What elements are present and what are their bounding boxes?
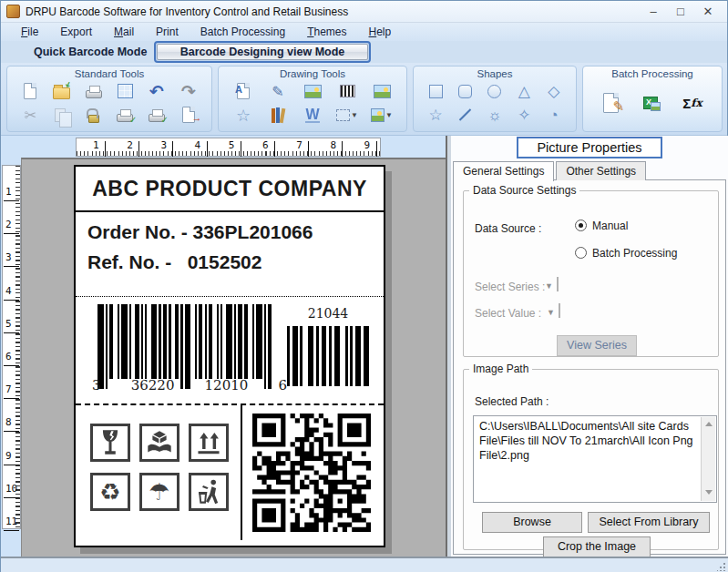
window-controls: – □ ✕ [640,3,722,21]
ref-number-text: Ref. No. - 0152502 [87,251,384,273]
panel-title: Picture Properties [537,140,641,155]
supplement-bars [287,326,369,386]
print-icon[interactable] [83,81,105,101]
grid-icon[interactable] [114,81,136,101]
edit-batch-icon[interactable]: ✎ [597,89,624,117]
group-title: Batch Processing [583,66,722,79]
design-canvas[interactable]: ABC PRODUCT COMPANY Order No. - 336PL201… [21,158,446,557]
v-ruler-number: 10 [5,483,17,495]
radio-batch-processing[interactable]: Batch Processing [575,247,677,260]
menu-item-print[interactable]: Print [145,24,190,40]
menu-item-batch-processing[interactable]: Batch Processing [190,24,296,40]
selected-path-textarea[interactable]: C:\Users\IBALL\Documents\All site Cards … [473,415,717,503]
select-series-label: Select Series : [475,281,545,293]
barcode-label-preview[interactable]: ABC PRODUCT COMPANY Order No. - 336PL201… [74,165,385,547]
handle-with-care-icon [139,424,179,462]
menu-item-themes[interactable]: Themes [296,24,357,40]
view-series-button[interactable]: View Series [557,335,637,356]
radio-manual-circle[interactable] [575,220,587,231]
barcode-right-digit: 6 [278,377,287,393]
tab-general-settings[interactable]: General Settings [453,161,554,181]
unlock-icon[interactable] [83,105,105,125]
sunburst-shape-icon[interactable]: ☼ [484,105,506,125]
browse-button[interactable]: Browse [482,512,582,533]
square-shape-icon[interactable] [425,81,446,101]
order-number-text: Order No. - 336PL201066 [87,221,384,243]
v-ruler-number: 8 [5,416,12,428]
select-from-library-button[interactable]: Select From Library [588,512,710,533]
h-ruler-number: 1 [93,139,99,151]
shape-tool-icon[interactable]: ☆ [232,105,254,125]
print-preview-icon[interactable]: ✓ [114,105,136,125]
select-series-dropdown[interactable]: ▼ [557,277,559,291]
cut-icon[interactable]: ✂ [19,105,41,125]
watermark-tool-icon[interactable]: W [302,105,323,125]
menu-item-help[interactable]: Help [358,24,403,40]
formula-icon[interactable]: Σfx [677,89,708,117]
group-label: Data Source Settings [469,184,579,197]
h-ruler-number: 8 [330,139,336,151]
undo-icon[interactable]: ↶ [146,81,168,101]
pie-shape-icon[interactable]: ◔ [543,105,565,125]
diamond-shape-icon[interactable]: ◇ [543,81,565,101]
picture-tool-icon[interactable] [371,81,393,101]
properties-panel: Picture Properties General Settings Othe… [451,136,728,557]
export-document-icon[interactable]: → [178,105,200,125]
selection-tool-icon[interactable]: ▼ [336,105,358,125]
minimize-button[interactable]: – [640,3,667,21]
package-icon-grid: ♻ ☂ [76,405,242,540]
pencil-tool-icon[interactable]: ✎ [267,81,289,101]
library-tool-icon[interactable] [267,107,289,123]
radio-manual[interactable]: Manual [575,220,628,232]
label-company-section: ABC PRODUCT COMPANY [76,167,384,212]
triangle-shape-icon[interactable]: △ [513,81,535,101]
copy-icon[interactable] [51,105,73,125]
new-document-icon[interactable] [19,81,41,101]
menu-item-file[interactable]: File [10,24,49,40]
h-ruler-number: 4 [195,139,201,151]
fragile-icon [90,424,130,462]
tab-other-settings[interactable]: Other Settings [556,161,646,180]
h-ruler-number: 2 [127,139,133,151]
open-file-icon[interactable] [51,81,73,101]
v-ruler-number: 5 [5,318,12,330]
maximize-button[interactable]: □ [667,3,694,21]
four-point-star-shape-icon[interactable]: ✧ [513,105,535,125]
close-button[interactable]: ✕ [694,3,722,21]
data-source-label: Data Source : [475,222,541,235]
barcode-designing-view-mode-button[interactable]: Barcode Designing view Mode [157,44,368,60]
design-mode-highlight-frame: Barcode Designing view Mode [154,41,371,63]
resize-grip[interactable] [717,562,726,571]
barcode-tool-icon[interactable] [336,81,358,101]
vertical-ruler: 1234567891011 [2,165,21,529]
scroll-up-icon[interactable] [705,422,713,426]
line-shape-icon[interactable] [455,105,477,125]
group-title: Shapes [414,66,576,79]
h-ruler-number: 9 [364,139,371,151]
menu-item-export[interactable]: Export [49,24,103,40]
barcode-left-digit: 3 [92,377,101,393]
print-settings-icon[interactable]: ✓ [146,105,168,125]
star-shape-icon[interactable]: ☆ [425,105,446,125]
quick-barcode-mode-button[interactable]: Quick Barcode Mode [26,44,154,60]
radio-batch-circle[interactable] [575,247,587,259]
text-tool-icon[interactable]: A [232,81,254,101]
ellipse-shape-icon[interactable] [484,81,506,101]
menu-item-mail[interactable]: Mail [103,24,145,40]
h-ruler-number: 5 [229,139,235,151]
textarea-scrollbar[interactable] [701,417,715,501]
redo-icon[interactable]: ↷ [178,81,200,101]
gallery-tool-icon[interactable]: ▼ [371,105,393,125]
scroll-down-icon[interactable] [705,490,713,495]
keep-dry-icon: ☂ [139,473,179,511]
crop-the-image-button[interactable]: Crop the Image [543,536,651,557]
group-title: Standard Tools [7,66,211,79]
image-tool-icon[interactable] [302,81,323,101]
work-area: 123456789 1234567891011 ABC PRODUCT COMP… [1,136,728,557]
v-ruler-number: 3 [5,251,12,263]
v-ruler-number: 6 [5,351,12,363]
app-icon [6,5,20,18]
select-value-dropdown[interactable]: ▼ [559,303,560,318]
excel-import-icon[interactable] [637,89,664,117]
rounded-square-shape-icon[interactable] [455,81,477,101]
